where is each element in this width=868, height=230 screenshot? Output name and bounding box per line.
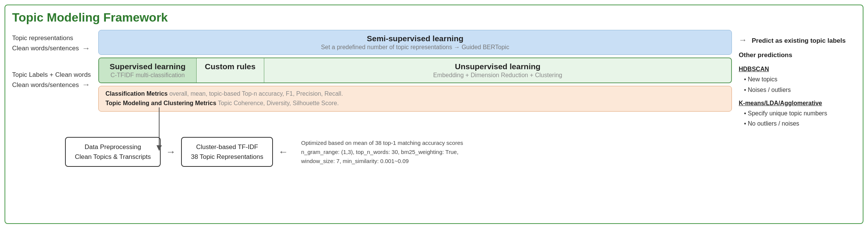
arrow-right-1: → <box>82 43 90 54</box>
label-group-2: Topic Labels + Clean words Clean words/s… <box>12 70 91 91</box>
semi-supervised-subtitle: Set a predefined number of topic represe… <box>108 44 722 51</box>
supervised-title: Supervised learning <box>110 62 186 71</box>
metrics-line2-bold: Topic Modeling and Clustering Metrics <box>105 100 216 106</box>
other-predictions-title: Other predictions <box>739 50 856 61</box>
arrow-preprocessing-to-cluster: → <box>166 146 176 158</box>
label-group-1: Topic representations Clean words/senten… <box>12 34 91 54</box>
custom-rules-inner: Custom rules <box>197 58 264 82</box>
metrics-line1-bold: Classification Metrics <box>105 90 168 97</box>
semi-supervised-title: Semi-supervised learning <box>108 34 722 43</box>
supervised-inner: Supervised learning C-TFIDF multi-classi… <box>99 58 197 82</box>
metrics-line1: Classification Metrics overall, mean, to… <box>105 89 725 99</box>
optimized-line3: window_size: 7, min_similarity: 0.001~0.… <box>301 157 463 166</box>
predict-title: Predict as existing topic labels <box>752 37 845 44</box>
semi-supervised-box: Semi-supervised learning Set a predefine… <box>98 30 732 55</box>
preprocessing-box: Data Preprocessing Clean Topics & Transc… <box>65 137 161 167</box>
arrow-right-predict: → <box>739 35 747 45</box>
right-section: → Predict as existing topic labels Other… <box>739 30 856 129</box>
preprocessing-line2: Clean Topics & Transcripts <box>75 152 151 162</box>
kmeans-item-2: • No outliers / noises <box>739 118 856 129</box>
unsupervised-inner: Unsupervised learning Embedding + Dimens… <box>264 58 731 82</box>
kmeans-title: K-means/LDA/Agglomerative <box>739 98 856 108</box>
cluster-line1: Cluster-based TF-IDF <box>191 142 264 152</box>
hdbscan-title: HDBSCAN <box>739 64 856 74</box>
label-group2-line2: Clean words/sentences <box>12 81 79 90</box>
hdbscan-item-2: • Noises / outliers <box>739 85 856 95</box>
label-group1-line2: Clean words/sentences <box>12 44 79 53</box>
main-frame: Topic Modeling Framework Topic represent… <box>5 5 863 224</box>
custom-rules-title: Custom rules <box>205 62 256 71</box>
metrics-box: Classification Metrics overall, mean, to… <box>98 86 732 112</box>
bottom-section: Data Preprocessing Clean Topics & Transc… <box>12 137 856 167</box>
page-title: Topic Modeling Framework <box>12 11 856 25</box>
optimized-line1: Optimized based on mean of 38 top-1 matc… <box>301 138 463 148</box>
kmeans-item-1: • Specify unique topic numbers <box>739 108 856 118</box>
optimized-text: Optimized based on mean of 38 top-1 matc… <box>301 138 463 166</box>
top-section: Topic representations Clean words/senten… <box>12 30 856 129</box>
center-section: Semi-supervised learning Set a predefine… <box>91 30 739 112</box>
supervised-subtitle: C-TFIDF multi-classification <box>110 72 186 79</box>
preprocessing-line1: Data Preprocessing <box>75 142 151 152</box>
metrics-line1-text: overall, mean, topic-based Top-n accurac… <box>168 90 343 97</box>
label-group1-line1: Topic representations <box>12 34 73 43</box>
top-rows: Semi-supervised learning Set a predefine… <box>98 30 732 112</box>
arrow-right-2: → <box>82 79 90 91</box>
unsupervised-title: Unsupervised learning <box>271 62 724 71</box>
arrow-optimized-to-cluster: ← <box>278 146 288 158</box>
metrics-line2-text: Topic Coherence, Diversity, Silhouette S… <box>216 100 339 106</box>
hdbscan-item-1: • New topics <box>739 74 856 84</box>
metrics-line2: Topic Modeling and Clustering Metrics To… <box>105 99 725 108</box>
cluster-tfidf-box: Cluster-based TF-IDF 38 Topic Representa… <box>181 137 273 167</box>
combined-box: Supervised learning C-TFIDF multi-classi… <box>98 58 732 83</box>
unsupervised-subtitle: Embedding + Dimension Reduction + Cluste… <box>271 72 724 79</box>
left-labels: Topic representations Clean words/senten… <box>12 30 91 91</box>
label-group2-line1: Topic Labels + Clean words <box>12 70 91 79</box>
optimized-line2: n_gram_range: (1,3), top_n_words: 30, bm… <box>301 148 463 157</box>
cluster-line2: 38 Topic Representations <box>191 152 264 162</box>
